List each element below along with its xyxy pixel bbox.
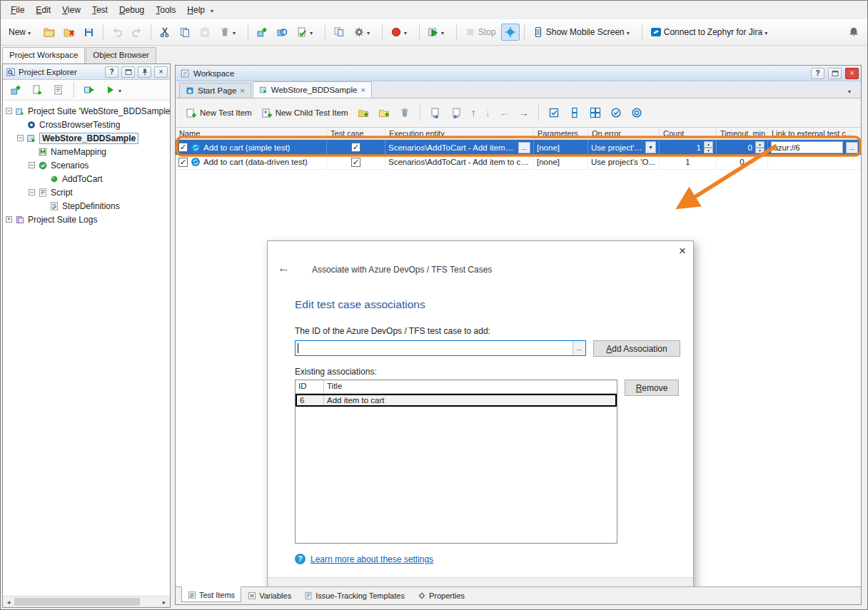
tab-issue-tracking-templates[interactable]: Issue-Tracking Templates [298,587,411,603]
add-association-button[interactable]: Add Association [593,340,680,357]
tree-item-scenarios[interactable]: Scenarios [3,158,170,172]
add-project-button[interactable] [28,81,46,98]
redo-button[interactable] [128,24,146,41]
tab-object-browser[interactable]: Object Browser [86,47,156,63]
object-browser-button[interactable] [273,24,291,41]
cut-button[interactable] [156,24,174,41]
new-button[interactable]: New [5,24,39,40]
enable-item-button[interactable] [607,105,625,121]
finish-button[interactable]: Finish [566,586,620,587]
new-child-test-item-button[interactable]: New Child Test Item [258,105,351,121]
expander-icon[interactable] [6,108,12,114]
scroll-right-button[interactable]: ▸ [158,596,170,607]
workspace-help-button[interactable] [811,68,824,79]
show-mobile-dropdown-icon[interactable] [627,27,634,37]
row-checkbox[interactable] [178,143,188,152]
options-button[interactable] [350,24,378,41]
dialog-back-icon[interactable] [278,261,290,275]
tree-item-crossbrowsertesting[interactable]: CrossBrowserTesting [3,118,170,131]
count-spinner[interactable] [704,141,713,153]
compare-button[interactable] [330,24,348,41]
tree-item-webstore-bddsample[interactable]: WebStore_BDDSample [3,131,170,145]
move-right-button[interactable]: → [516,107,532,118]
checkpoint-dropdown-icon[interactable] [310,27,317,37]
tab-variables[interactable]: Variables [241,587,298,603]
explorer-pin-button[interactable] [138,66,151,78]
table-row-selected[interactable]: Add to cart (simple test) Scenarios\AddT… [176,140,861,155]
save-all-button[interactable] [80,24,99,41]
expander-icon[interactable] [17,135,24,141]
copy-items-button[interactable] [427,105,444,121]
new-child-group-button[interactable] [375,105,393,121]
on-error-dropdown-icon[interactable] [645,141,656,153]
tab-list-dropdown-icon[interactable] [848,86,855,96]
associations-table[interactable]: ID Title 6 Add item to cart [295,380,617,544]
explorer-float-button[interactable] [121,66,135,78]
close-project-button[interactable] [60,24,79,41]
tree-item-script[interactable]: Script [3,185,170,199]
external-link-field[interactable]: azur://6 [771,141,843,153]
workspace-float-button[interactable] [828,68,842,79]
delete-dropdown-icon[interactable] [233,27,240,37]
close-tab-icon[interactable] [240,86,244,95]
copy-button[interactable] [176,24,194,41]
options-dropdown-icon[interactable] [367,27,374,37]
expander-icon[interactable] [29,189,35,195]
run-project-dropdown-icon[interactable] [118,85,126,95]
stop-button[interactable]: Stop [461,24,500,41]
timeout-spinner[interactable] [755,141,764,153]
menu-help[interactable]: Help [181,2,211,18]
column-header-on-error[interactable]: On error [588,128,660,139]
run-dropdown-icon[interactable] [441,27,448,37]
delete-test-item-button[interactable] [396,105,413,121]
workspace-close-button[interactable] [845,68,859,79]
column-header-name[interactable]: Name [176,128,327,139]
expander-icon[interactable] [6,216,12,223]
test-case-checkbox[interactable] [351,143,360,152]
tree-item-project-suite[interactable]: Project Suite 'WebStore_BDDSample' (1 [3,104,170,118]
browse-test-case-button[interactable]: ... [572,341,585,355]
tree-item-namemapping[interactable]: NameMapping [3,145,170,158]
add-new-item-button[interactable] [253,24,271,41]
column-header-parameters[interactable]: Parameters [534,128,588,139]
column-header-execution-entity[interactable]: Execution entity [385,128,534,139]
tab-properties[interactable]: Properties [411,587,471,603]
menu-overflow-chevron-icon[interactable] [211,5,218,15]
new-test-item-button[interactable]: New Test Item [183,105,255,121]
run-test-button[interactable] [424,24,452,41]
new-dropdown-icon[interactable] [28,27,35,37]
scroll-left-button[interactable]: ◂ [3,596,14,607]
scrollbar-thumb[interactable] [14,598,140,606]
run-selected-button[interactable] [80,81,99,98]
learn-more-link[interactable]: Learn more about these settings [311,554,433,564]
explorer-help-button[interactable] [105,66,118,78]
menu-tools[interactable]: Tools [150,2,181,18]
close-tab-icon[interactable] [360,86,365,94]
column-header-timeout[interactable]: Timeout, min [717,128,768,139]
move-items-button[interactable] [448,105,465,121]
column-header-link[interactable]: Link to external test c... [768,128,861,139]
menu-test[interactable]: Test [86,2,113,18]
menu-view[interactable]: View [56,2,86,18]
remove-button[interactable]: Remove [625,380,679,396]
tab-test-items[interactable]: Test Items [181,586,241,602]
connect-zephyr-button[interactable]: Connect toZephyr for Jira [647,24,775,41]
row-checkbox[interactable] [178,158,188,167]
paste-button[interactable] [196,24,214,41]
open-item-button[interactable] [49,81,68,98]
disable-item-button[interactable] [628,105,645,121]
menu-file[interactable]: File [5,2,30,18]
record-dropdown-icon[interactable] [404,27,411,37]
open-button[interactable] [40,24,59,41]
notifications-button[interactable] [844,24,863,41]
dialog-close-icon[interactable] [679,244,686,258]
tab-start-page[interactable]: Start Page [179,83,251,98]
new-group-button[interactable] [355,105,372,121]
cancel-button[interactable]: Cancel [627,586,682,587]
check-selected-button[interactable] [545,105,562,121]
add-project-suite-button[interactable] [6,81,25,98]
column-header-title[interactable]: Title [324,380,617,393]
move-down-button[interactable]: ↓ [483,107,493,118]
tab-project-workspace[interactable]: Project Workspace [2,47,85,63]
move-left-button[interactable]: ← [497,107,513,118]
